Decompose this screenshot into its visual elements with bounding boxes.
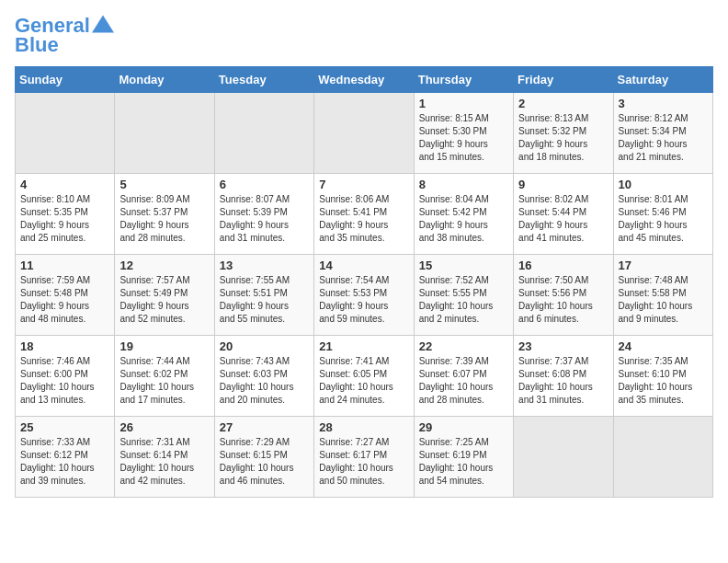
calendar-cell: 3Sunrise: 8:12 AMSunset: 5:34 PMDaylight… xyxy=(613,93,712,174)
cell-info: Daylight: 10 hours xyxy=(419,462,508,475)
cell-info: Sunrise: 7:25 AM xyxy=(419,436,508,449)
cell-info: and 41 minutes. xyxy=(518,232,608,245)
day-number: 29 xyxy=(419,420,508,434)
calendar-cell xyxy=(314,93,414,174)
header-saturday: Saturday xyxy=(613,67,712,93)
calendar-cell: 25Sunrise: 7:33 AMSunset: 6:12 PMDayligh… xyxy=(16,417,115,498)
cell-info: Daylight: 10 hours xyxy=(319,381,408,394)
calendar-cell: 5Sunrise: 8:09 AMSunset: 5:37 PMDaylight… xyxy=(115,174,214,255)
calendar-cell: 21Sunrise: 7:41 AMSunset: 6:05 PMDayligh… xyxy=(314,336,414,417)
cell-info: Sunrise: 7:46 AM xyxy=(20,355,109,368)
calendar-cell: 29Sunrise: 7:25 AMSunset: 6:19 PMDayligh… xyxy=(414,417,513,498)
cell-info: Sunset: 6:10 PM xyxy=(619,368,708,381)
cell-info: Sunset: 5:55 PM xyxy=(419,287,508,300)
day-number: 7 xyxy=(319,178,408,191)
calendar-cell: 10Sunrise: 8:01 AMSunset: 5:46 PMDayligh… xyxy=(613,174,712,255)
cell-info: Sunrise: 7:48 AM xyxy=(619,274,708,287)
cell-info: Daylight: 10 hours xyxy=(220,462,309,475)
day-number: 19 xyxy=(119,339,209,353)
calendar-cell: 27Sunrise: 7:29 AMSunset: 6:15 PMDayligh… xyxy=(214,417,313,498)
calendar-cell xyxy=(613,417,712,498)
calendar-cell: 24Sunrise: 7:35 AMSunset: 6:10 PMDayligh… xyxy=(613,336,712,417)
cell-info: Sunset: 6:14 PM xyxy=(119,449,209,462)
calendar-week-5: 25Sunrise: 7:33 AMSunset: 6:12 PMDayligh… xyxy=(16,417,713,498)
calendar-cell xyxy=(214,93,313,174)
day-number: 24 xyxy=(619,339,708,353)
cell-info: Daylight: 9 hours xyxy=(518,138,608,151)
cell-info: and 25 minutes. xyxy=(20,232,109,245)
cell-info: Sunrise: 7:41 AM xyxy=(319,355,408,368)
day-number: 8 xyxy=(419,178,508,191)
calendar-week-3: 11Sunrise: 7:59 AMSunset: 5:48 PMDayligh… xyxy=(16,255,713,336)
cell-info: Sunrise: 7:50 AM xyxy=(518,274,608,287)
cell-info: and 35 minutes. xyxy=(319,232,408,245)
header-thursday: Thursday xyxy=(414,67,513,93)
day-number: 26 xyxy=(119,420,209,434)
cell-info: Daylight: 9 hours xyxy=(20,300,109,313)
day-number: 20 xyxy=(220,339,309,353)
cell-info: Sunset: 5:44 PM xyxy=(518,206,608,219)
cell-info: and 9 minutes. xyxy=(619,313,708,326)
calendar-cell: 20Sunrise: 7:43 AMSunset: 6:03 PMDayligh… xyxy=(214,336,313,417)
cell-info: Sunrise: 7:37 AM xyxy=(518,355,608,368)
calendar-cell: 2Sunrise: 8:13 AMSunset: 5:32 PMDaylight… xyxy=(514,93,613,174)
cell-info: Sunrise: 7:55 AM xyxy=(220,274,309,287)
day-number: 21 xyxy=(319,339,408,353)
calendar-cell: 1Sunrise: 8:15 AMSunset: 5:30 PMDaylight… xyxy=(414,93,513,174)
cell-info: Sunrise: 7:44 AM xyxy=(119,355,209,368)
logo-icon xyxy=(92,15,114,33)
header-friday: Friday xyxy=(514,67,613,93)
day-number: 28 xyxy=(319,420,408,434)
day-number: 22 xyxy=(419,339,508,353)
calendar-cell: 13Sunrise: 7:55 AMSunset: 5:51 PMDayligh… xyxy=(214,255,313,336)
day-number: 5 xyxy=(119,178,209,191)
calendar-header-row: SundayMondayTuesdayWednesdayThursdayFrid… xyxy=(16,67,713,93)
cell-info: Daylight: 9 hours xyxy=(518,219,608,232)
cell-info: Sunrise: 7:31 AM xyxy=(119,436,209,449)
calendar-cell: 9Sunrise: 8:02 AMSunset: 5:44 PMDaylight… xyxy=(514,174,613,255)
cell-info: Daylight: 10 hours xyxy=(419,381,508,394)
cell-info: Sunset: 5:42 PM xyxy=(419,206,508,219)
logo: General Blue xyxy=(15,15,114,57)
cell-info: Sunrise: 7:59 AM xyxy=(20,274,109,287)
day-number: 12 xyxy=(119,259,209,272)
header-tuesday: Tuesday xyxy=(214,67,313,93)
calendar-cell: 15Sunrise: 7:52 AMSunset: 5:55 PMDayligh… xyxy=(414,255,513,336)
cell-info: and 28 minutes. xyxy=(419,394,508,407)
cell-info: and 24 minutes. xyxy=(319,394,408,407)
cell-info: Sunrise: 7:27 AM xyxy=(319,436,408,449)
cell-info: and 39 minutes. xyxy=(20,475,109,488)
cell-info: Sunset: 5:30 PM xyxy=(419,125,508,138)
cell-info: Daylight: 9 hours xyxy=(419,219,508,232)
calendar-cell: 11Sunrise: 7:59 AMSunset: 5:48 PMDayligh… xyxy=(16,255,115,336)
cell-info: and 45 minutes. xyxy=(619,232,708,245)
cell-info: Sunset: 5:58 PM xyxy=(619,287,708,300)
day-number: 17 xyxy=(619,259,708,272)
cell-info: and 42 minutes. xyxy=(119,475,209,488)
calendar-week-2: 4Sunrise: 8:10 AMSunset: 5:35 PMDaylight… xyxy=(16,174,713,255)
cell-info: and 54 minutes. xyxy=(419,475,508,488)
day-number: 11 xyxy=(20,259,109,272)
day-number: 27 xyxy=(220,420,309,434)
cell-info: and 35 minutes. xyxy=(619,394,708,407)
cell-info: Sunset: 5:56 PM xyxy=(518,287,608,300)
cell-info: Sunrise: 7:33 AM xyxy=(20,436,109,449)
cell-info: and 15 minutes. xyxy=(419,151,508,164)
cell-info: Sunset: 5:51 PM xyxy=(220,287,309,300)
cell-info: and 38 minutes. xyxy=(419,232,508,245)
cell-info: Daylight: 9 hours xyxy=(619,219,708,232)
cell-info: Sunrise: 7:43 AM xyxy=(220,355,309,368)
cell-info: Sunrise: 7:29 AM xyxy=(220,436,309,449)
cell-info: and 31 minutes. xyxy=(220,232,309,245)
cell-info: Daylight: 10 hours xyxy=(419,300,508,313)
cell-info: Daylight: 9 hours xyxy=(220,300,309,313)
cell-info: Sunset: 6:08 PM xyxy=(518,368,608,381)
cell-info: Sunrise: 7:57 AM xyxy=(119,274,209,287)
cell-info: Daylight: 9 hours xyxy=(319,300,408,313)
cell-info: and 18 minutes. xyxy=(518,151,608,164)
cell-info: and 21 minutes. xyxy=(619,151,708,164)
day-number: 13 xyxy=(220,259,309,272)
cell-info: Daylight: 10 hours xyxy=(220,381,309,394)
cell-info: Sunrise: 8:01 AM xyxy=(619,193,708,206)
cell-info: Daylight: 10 hours xyxy=(20,381,109,394)
